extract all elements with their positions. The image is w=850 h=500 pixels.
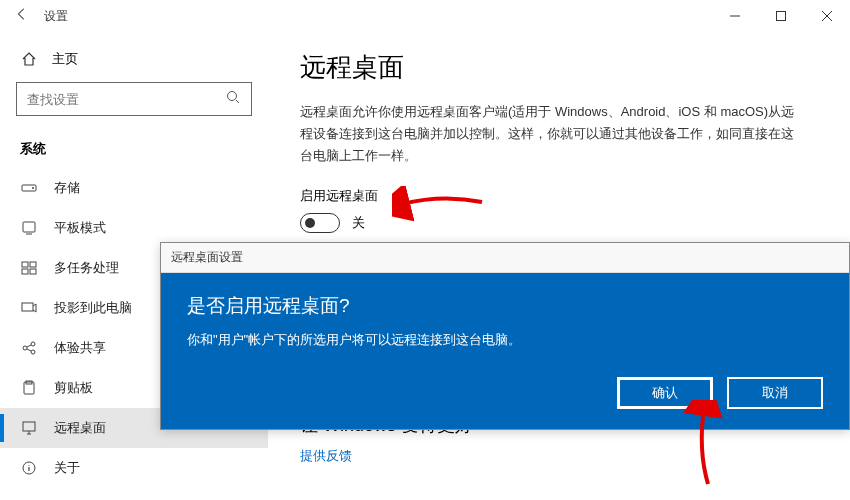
sidebar-item-label: 存储 xyxy=(54,179,80,197)
clipboard-icon xyxy=(20,380,38,396)
close-button[interactable] xyxy=(804,0,850,32)
search-input-wrap[interactable] xyxy=(16,82,252,116)
share-icon xyxy=(20,340,38,356)
sidebar-item-label: 关于 xyxy=(54,459,80,477)
sidebar-item-label: 体验共享 xyxy=(54,339,106,357)
back-icon[interactable] xyxy=(8,7,36,25)
svg-rect-11 xyxy=(30,269,36,274)
svg-point-2 xyxy=(228,92,237,101)
sidebar-item-label: 投影到此电脑 xyxy=(54,299,132,317)
svg-line-3 xyxy=(236,100,239,103)
svg-rect-8 xyxy=(22,262,28,267)
sidebar-item-storage[interactable]: 存储 xyxy=(0,168,268,208)
sidebar-home[interactable]: 主页 xyxy=(0,44,268,82)
toggle-label: 启用远程桌面 xyxy=(300,187,810,205)
tablet-icon xyxy=(20,220,38,236)
dialog-title: 远程桌面设置 xyxy=(161,243,849,273)
feedback-link[interactable]: 提供反馈 xyxy=(300,447,810,465)
sidebar-home-label: 主页 xyxy=(52,50,78,68)
svg-point-13 xyxy=(23,346,27,350)
home-icon xyxy=(20,51,38,67)
storage-icon xyxy=(20,180,38,196)
svg-point-15 xyxy=(31,350,35,354)
sidebar-section-label: 系统 xyxy=(0,132,268,168)
search-input[interactable] xyxy=(27,92,225,107)
remote-desktop-icon xyxy=(20,420,38,436)
svg-rect-1 xyxy=(777,12,786,21)
remote-desktop-toggle[interactable] xyxy=(300,213,340,233)
toggle-state: 关 xyxy=(352,214,365,232)
dialog-heading: 是否启用远程桌面? xyxy=(187,293,823,319)
search-icon xyxy=(225,89,241,109)
minimize-button[interactable] xyxy=(712,0,758,32)
dialog-body-text: 你和"用户"帐户下的所选用户将可以远程连接到这台电脑。 xyxy=(187,331,823,349)
page-description: 远程桌面允许你使用远程桌面客户端(适用于 Windows、Android、iOS… xyxy=(300,101,800,167)
sidebar-item-about[interactable]: 关于 xyxy=(0,448,268,488)
svg-point-5 xyxy=(32,187,34,189)
confirm-button[interactable]: 确认 xyxy=(617,377,713,409)
sidebar-item-label: 剪贴板 xyxy=(54,379,93,397)
window-title: 设置 xyxy=(44,8,68,25)
svg-rect-9 xyxy=(30,262,36,267)
sidebar-item-label: 平板模式 xyxy=(54,219,106,237)
sidebar-item-label: 多任务处理 xyxy=(54,259,119,277)
confirm-dialog: 远程桌面设置 是否启用远程桌面? 你和"用户"帐户下的所选用户将可以远程连接到这… xyxy=(160,242,850,430)
about-icon xyxy=(20,460,38,476)
cancel-button[interactable]: 取消 xyxy=(727,377,823,409)
project-icon xyxy=(20,300,38,316)
page-title: 远程桌面 xyxy=(300,50,810,85)
svg-rect-12 xyxy=(22,303,33,311)
svg-point-14 xyxy=(31,342,35,346)
sidebar-item-label: 远程桌面 xyxy=(54,419,106,437)
maximize-button[interactable] xyxy=(758,0,804,32)
svg-rect-10 xyxy=(22,269,28,274)
multitask-icon xyxy=(20,260,38,276)
svg-rect-6 xyxy=(23,222,35,232)
svg-rect-18 xyxy=(23,422,35,431)
